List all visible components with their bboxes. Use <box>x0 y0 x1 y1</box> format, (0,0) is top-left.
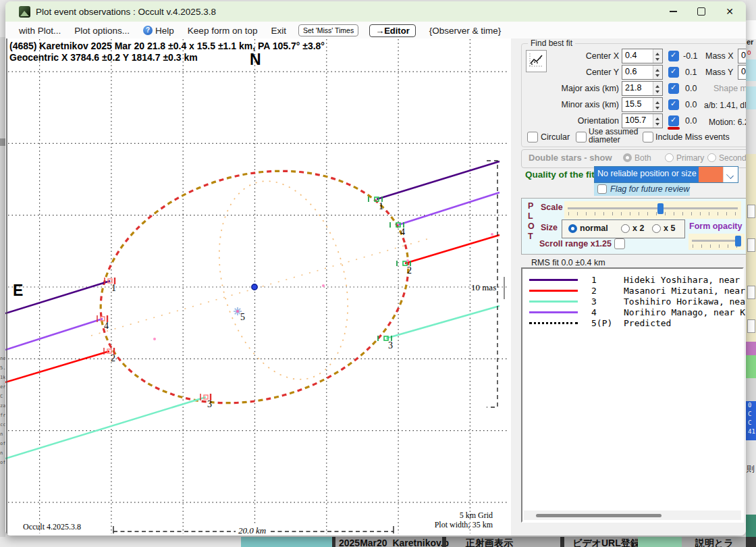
svg-text:4: 4 <box>400 227 405 237</box>
legend-observer-name: Norihiro Manago, near K <box>624 307 745 317</box>
center-x-input[interactable]: 0.4 <box>622 49 663 63</box>
menu-help[interactable]: Help <box>155 26 174 36</box>
size-normal-radio[interactable] <box>568 224 577 233</box>
strip-corner <box>746 537 756 547</box>
legend-row[interactable]: 3Toshihiro Horikawa, nea <box>522 296 742 307</box>
center-x-checkbox[interactable] <box>668 51 679 61</box>
taskbar-item[interactable]: ビデオURL登録 <box>572 538 640 547</box>
circular-checkbox[interactable] <box>527 132 538 142</box>
menu-plot-options[interactable]: Plot options... <box>74 26 130 36</box>
center-y-checkbox[interactable] <box>668 67 679 78</box>
maximize-button[interactable] <box>697 7 705 16</box>
scrollbar-thumb[interactable] <box>536 514 662 517</box>
find-best-fit-button[interactable] <box>526 50 547 72</box>
plot-title-line1: (4685) Karetnikov 2025 Mar 20 21.8 ±0.4 … <box>9 41 325 52</box>
minor-axis-checkbox[interactable] <box>668 99 679 110</box>
mass-y-input[interactable]: 0.0 <box>738 65 746 80</box>
spinner-arrows-icon[interactable] <box>653 98 662 111</box>
size-x5-radio[interactable] <box>652 224 661 233</box>
legend-row[interactable]: 5(P)Predicted <box>522 317 742 328</box>
taskbar-teal-block[interactable] <box>241 537 332 547</box>
orientation-flag-underline <box>668 127 680 130</box>
size-x2-radio[interactable] <box>621 224 630 233</box>
plot-letter: T <box>528 232 533 241</box>
scale-slider-thumb[interactable] <box>657 203 664 214</box>
major-axis-checkbox[interactable] <box>668 83 679 94</box>
plot-canvas[interactable]: 114422335 (4685) Karetnikov 2025 Mar 20 … <box>5 38 511 536</box>
chord-plot-svg[interactable]: 114422335 <box>5 38 511 536</box>
use-assumed-diameter-label: Use assumeddiameter <box>589 128 638 144</box>
mass-x-input[interactable]: 0.0 <box>738 49 746 63</box>
taskbar-item[interactable]: 正射画表示 <box>466 538 513 547</box>
set-miss-times-button[interactable]: Set 'Miss' Times <box>298 24 358 36</box>
grid-size-label: 5 km Grid <box>356 511 493 520</box>
strip-divider <box>442 537 446 547</box>
double-stars-primary-radio[interactable] <box>665 153 674 162</box>
taskbar-item[interactable]: 説明とラ <box>695 538 734 547</box>
legend-row[interactable]: 4Norihiro Manago, near K <box>522 307 742 317</box>
legend-row[interactable]: 2Masanori Mizutani, near <box>522 285 742 296</box>
include-miss-events-label: Include Miss events <box>655 132 730 142</box>
spinner-arrows-icon[interactable] <box>653 49 662 63</box>
observer-legend-listbox[interactable]: 1Hideki Yoshihara, near2Masanori Mizutan… <box>521 267 744 523</box>
editor-button[interactable]: →Editor <box>369 24 416 37</box>
sliver-text: 則 <box>747 463 755 475</box>
sliver-block <box>746 515 756 537</box>
version-label: Occult 4.2025.3.8 <box>23 522 81 532</box>
strip-divider <box>332 537 335 547</box>
taskbar-item[interactable]: 2025Mar20_Karetnikov.p <box>339 538 449 547</box>
center-x-value[interactable]: 0.4 <box>622 49 653 63</box>
legend-observer-name: Predicted <box>624 318 671 328</box>
legend-horizontal-scrollbar[interactable] <box>524 511 741 520</box>
rms-fit-label: RMS fit 0.0 ±0.4 km <box>531 258 605 267</box>
menu-observer-time[interactable]: {Observer & time} <box>429 26 502 36</box>
double-stars-both-radio[interactable] <box>623 153 632 162</box>
ab-dmag-label: a/b: 1.41, dMag: 0.37 <box>704 101 746 110</box>
svg-text:4: 4 <box>104 321 109 331</box>
major-axis-value[interactable]: 21.8 <box>622 82 653 95</box>
spinner-arrows-icon[interactable] <box>653 82 662 95</box>
mass-y-value[interactable]: 0.0 <box>738 66 746 79</box>
center-y-input[interactable]: 0.6 <box>622 65 663 80</box>
major-axis-label: Major axis (km) <box>524 84 619 93</box>
use-assumed-diameter-checkbox[interactable] <box>576 132 587 142</box>
spinner-arrows-icon[interactable] <box>653 114 662 128</box>
sliver-block <box>746 86 756 109</box>
menu-with-plot[interactable]: with Plot... <box>19 26 61 36</box>
help-icon: ? <box>143 26 153 35</box>
scale-slider[interactable] <box>564 201 741 219</box>
fit-chart-icon <box>528 52 545 69</box>
form-opacity-slider[interactable] <box>688 234 745 250</box>
mas-scale-label: 10 mas <box>471 282 496 293</box>
close-button[interactable]: ✕ <box>726 7 734 16</box>
taskbar-teal-block[interactable] <box>638 537 682 547</box>
control-panel: Find best fit Center X 0.4 -0.1 Mass X 0… <box>511 38 746 536</box>
major-axis-input[interactable]: 21.8 <box>622 81 663 96</box>
quality-fill <box>699 167 723 182</box>
center-y-value[interactable]: 0.6 <box>622 66 653 79</box>
occult-plot-window: Plot event observations : Occult v.4.202… <box>5 1 746 536</box>
grid-info-label: 5 km Grid Plot width; 35 km <box>356 511 493 529</box>
spinner-arrows-icon[interactable] <box>653 66 662 79</box>
menu-keep-on-top[interactable]: Keep form on top <box>188 26 258 36</box>
minor-axis-input[interactable]: 15.5 <box>622 97 663 112</box>
titlebar[interactable]: Plot event observations : Occult v.4.202… <box>5 1 746 22</box>
minimize-button[interactable] <box>670 11 677 12</box>
legend-row[interactable]: 1Hideki Yoshihara, near <box>522 274 742 285</box>
form-opacity-slider-thumb[interactable] <box>735 236 741 246</box>
mass-x-value[interactable]: 0.0 <box>738 49 746 63</box>
flag-review-checkbox[interactable] <box>597 184 607 194</box>
scroll-range-checkbox[interactable] <box>614 238 625 249</box>
size-radio-group: normal x 2 x 5 <box>562 219 685 238</box>
minor-axis-value[interactable]: 15.5 <box>622 98 653 111</box>
double-stars-secondary-radio[interactable] <box>707 153 716 162</box>
orientation-checkbox[interactable] <box>668 115 679 126</box>
chevron-down-icon[interactable] <box>723 167 738 182</box>
include-miss-events-checkbox[interactable] <box>643 132 653 142</box>
menubar: with Plot... Plot options... ? Help Keep… <box>5 22 746 40</box>
quality-combobox[interactable]: No reliable position or size <box>594 166 738 183</box>
menu-exit[interactable]: Exit <box>271 26 286 36</box>
orientation-value[interactable]: 105.7 <box>622 114 653 128</box>
orientation-input[interactable]: 105.7 <box>622 113 663 128</box>
sliver-block <box>746 355 756 378</box>
